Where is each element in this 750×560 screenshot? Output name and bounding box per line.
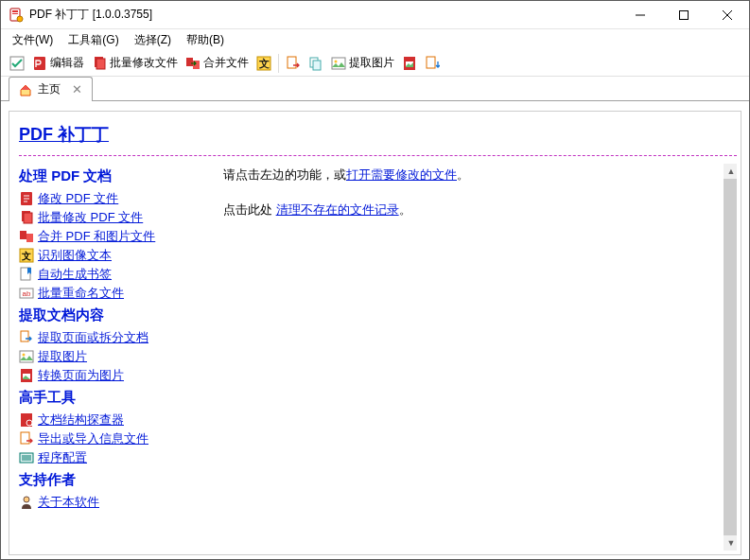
svg-rect-2 bbox=[12, 13, 18, 14]
svg-rect-34 bbox=[21, 331, 28, 341]
home-icon bbox=[19, 83, 32, 96]
page-out-icon bbox=[19, 330, 34, 345]
rename-icon: ab bbox=[19, 286, 34, 301]
svg-text:ab: ab bbox=[23, 289, 31, 298]
func-config[interactable]: 程序配置 bbox=[19, 448, 210, 467]
svg-point-47 bbox=[24, 497, 29, 502]
pdf-red-icon bbox=[19, 191, 34, 206]
maximize-button[interactable] bbox=[662, 1, 706, 29]
merge-icon bbox=[19, 229, 34, 244]
menubar: 文件(W) 工具箱(G) 选择(Z) 帮助(B) bbox=[1, 29, 749, 50]
scroll-down-icon[interactable]: ▼ bbox=[724, 535, 737, 551]
hint-line2: 点击此处 清理不存在的文件记录。 bbox=[223, 199, 731, 220]
tab-home-label: 主页 bbox=[38, 81, 61, 97]
scroll-up-icon[interactable]: ▲ bbox=[724, 164, 737, 179]
svg-rect-42 bbox=[21, 432, 29, 444]
func-extract-pages[interactable]: 提取页面或拆分文档 bbox=[19, 328, 210, 347]
close-button[interactable] bbox=[706, 1, 749, 29]
svg-rect-12 bbox=[186, 58, 193, 66]
bookmark-icon bbox=[19, 267, 34, 282]
ocr-icon: 文 bbox=[19, 248, 34, 263]
content-area: PDF 补丁丁 处理 PDF 文档 修改 PDF 文件 批量修改 PDF 文件 … bbox=[1, 101, 749, 559]
toolbar-batch-label: 批量修改文件 bbox=[110, 55, 178, 71]
page-to-image-icon bbox=[19, 368, 34, 383]
person-icon bbox=[19, 495, 34, 510]
window-title: PDF 补丁丁 [1.0.0.3755] bbox=[29, 7, 619, 23]
structure-icon bbox=[19, 412, 34, 428]
page-out-icon bbox=[286, 56, 301, 71]
svg-point-20 bbox=[335, 60, 338, 62]
func-about[interactable]: 关于本软件 bbox=[19, 493, 210, 512]
svg-rect-23 bbox=[427, 57, 435, 68]
svg-rect-11 bbox=[96, 59, 105, 69]
svg-text:文: 文 bbox=[21, 251, 31, 261]
svg-rect-18 bbox=[313, 61, 321, 70]
func-extract-images[interactable]: 提取图片 bbox=[19, 347, 210, 366]
tabstrip: 主页 ✕ bbox=[1, 77, 749, 101]
scroll-thumb[interactable] bbox=[724, 179, 737, 535]
func-structure[interactable]: 文档结构探查器 bbox=[19, 411, 210, 429]
minimize-button[interactable] bbox=[619, 1, 662, 29]
image-icon bbox=[19, 349, 34, 364]
titlebar: PDF 补丁丁 [1.0.0.3755] bbox=[1, 1, 749, 29]
toolbar-merge-label: 合并文件 bbox=[203, 55, 249, 71]
func-batch-modify[interactable]: 批量修改 PDF 文件 bbox=[19, 208, 210, 227]
svg-rect-26 bbox=[24, 213, 32, 223]
section-support-header: 支持作者 bbox=[19, 471, 210, 489]
func-export-import[interactable]: 导出或导入信息文件 bbox=[19, 429, 210, 448]
toolbar-editor-label: 编辑器 bbox=[50, 55, 84, 71]
export-icon bbox=[19, 431, 34, 446]
pdf-stack-icon bbox=[92, 56, 107, 71]
toolbar-batch[interactable]: 批量修改文件 bbox=[89, 53, 181, 73]
svg-rect-35 bbox=[20, 351, 33, 362]
func-modify[interactable]: 修改 PDF 文件 bbox=[19, 189, 210, 208]
tab-close-icon[interactable]: ✕ bbox=[72, 82, 82, 96]
page-to-image-icon bbox=[402, 56, 417, 71]
svg-rect-28 bbox=[26, 234, 33, 242]
svg-rect-16 bbox=[288, 57, 296, 68]
pdf-red-icon bbox=[32, 56, 47, 71]
menu-tools[interactable]: 工具箱(G) bbox=[61, 30, 126, 50]
merge-icon bbox=[185, 56, 201, 71]
svg-rect-5 bbox=[680, 10, 689, 19]
toolbar-extract-pages[interactable] bbox=[283, 54, 304, 73]
toolbar-merge[interactable]: 合并文件 bbox=[183, 53, 252, 73]
svg-rect-27 bbox=[20, 231, 26, 239]
toolbar: 编辑器 批量修改文件 合并文件 文 提取图片 bbox=[1, 50, 749, 77]
toolbar-checkbox[interactable] bbox=[7, 54, 27, 73]
func-rename[interactable]: ab批量重命名文件 bbox=[19, 284, 210, 303]
app-icon bbox=[9, 8, 24, 23]
hint-line1: 请点击左边的功能，或打开需要修改的文件。 bbox=[223, 164, 731, 185]
toolbar-ocr[interactable]: 文 bbox=[253, 54, 274, 73]
tab-home[interactable]: 主页 ✕ bbox=[9, 77, 93, 101]
func-merge[interactable]: 合并 PDF 和图片文件 bbox=[19, 227, 210, 246]
svg-point-36 bbox=[23, 354, 26, 357]
ocr-icon: 文 bbox=[256, 56, 271, 71]
open-file-link[interactable]: 打开需要修改的文件 bbox=[346, 167, 457, 182]
main-panel: 请点击左边的功能，或打开需要修改的文件。 点击此处 清理不存在的文件记录。 ▲ … bbox=[218, 164, 737, 551]
scrollbar[interactable]: ▲ ▼ bbox=[724, 164, 737, 551]
svg-point-3 bbox=[17, 16, 23, 22]
image-icon bbox=[331, 56, 346, 71]
toolbar-copy[interactable] bbox=[305, 54, 326, 73]
app-title-link[interactable]: PDF 补丁丁 bbox=[19, 123, 737, 146]
func-ocr[interactable]: 文识别图像文本 bbox=[19, 246, 210, 265]
svg-rect-1 bbox=[12, 10, 18, 12]
func-bookmarks[interactable]: 自动生成书签 bbox=[19, 265, 210, 284]
menu-help[interactable]: 帮助(B) bbox=[179, 30, 232, 50]
section-process-header: 处理 PDF 文档 bbox=[19, 167, 210, 185]
section-advanced-header: 高手工具 bbox=[19, 389, 210, 407]
section-extract-header: 提取文档内容 bbox=[19, 306, 210, 324]
func-to-images[interactable]: 转换页面为图片 bbox=[19, 366, 210, 385]
svg-text:文: 文 bbox=[258, 58, 270, 69]
toolbar-separator bbox=[278, 54, 279, 73]
menu-file[interactable]: 文件(W) bbox=[5, 30, 61, 50]
clean-records-link[interactable]: 清理不存在的文件记录 bbox=[276, 202, 399, 217]
content-panel: PDF 补丁丁 处理 PDF 文档 修改 PDF 文件 批量修改 PDF 文件 … bbox=[9, 111, 741, 555]
toolbar-editor[interactable]: 编辑器 bbox=[29, 53, 87, 73]
toolbar-extract-images[interactable]: 提取图片 bbox=[328, 53, 397, 73]
menu-select[interactable]: 选择(Z) bbox=[127, 30, 179, 50]
divider bbox=[19, 155, 737, 156]
toolbar-import[interactable] bbox=[422, 54, 443, 73]
toolbar-convert-image[interactable] bbox=[399, 54, 420, 73]
